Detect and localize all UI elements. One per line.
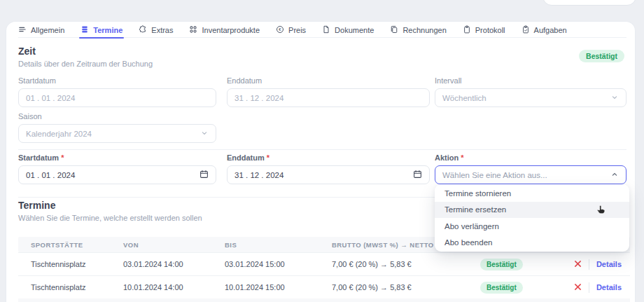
row-actions: Details	[554, 282, 622, 293]
enddatum-group: Enddatum 31 . 12 . 2024	[227, 76, 430, 107]
zeit-fields-row: Startdatum 01 . 01 . 2024 Enddatum 31 . …	[18, 76, 626, 107]
dropdown-option-abo-beenden[interactable]: Abo beenden	[435, 235, 629, 252]
cancel-x-button[interactable]	[574, 260, 582, 269]
status-badge: Bestätigt	[480, 282, 523, 294]
tab-bar: Allgemein Termine Extras Inventarprodukt…	[18, 23, 626, 38]
tab-label: Protokoll	[475, 26, 505, 34]
row-actions: Details	[554, 259, 622, 270]
page: { "page": { "background": "#edeff3", "ac…	[0, 0, 644, 302]
col-header-bis: BIS	[225, 241, 332, 249]
tab-label: Termine	[93, 26, 122, 34]
booking-detail-card: Allgemein Termine Extras Inventarprodukt…	[6, 21, 636, 302]
aktion-fields-row: Startdatum * 01 . 01 . 2024 Enddatum * 3…	[18, 153, 626, 184]
cutoff-button[interactable]	[542, 0, 636, 6]
chevron-down-icon	[610, 93, 619, 103]
required-mark: *	[267, 153, 270, 162]
tab-preis[interactable]: € Preis	[276, 23, 306, 37]
copy-icon	[390, 25, 398, 35]
status-badge: Bestätigt	[480, 259, 523, 270]
cell-brutto-netto: 7,00 € (20 %) → 5,83 €	[332, 260, 480, 268]
startdatum-label: Startdatum	[18, 76, 216, 85]
startdatum-input[interactable]: 01 . 01 . 2024	[18, 88, 216, 107]
aktion-label: Aktion	[435, 153, 458, 162]
booking-status-badge: Bestätigt	[579, 50, 624, 62]
aktion-select[interactable]: Wählen Sie eine Aktion aus...	[435, 165, 626, 184]
enddatum-required-input[interactable]: 31 . 12 . 2024	[227, 165, 430, 184]
section-divider	[18, 149, 626, 150]
dropdown-option-abo-verlaengern[interactable]: Abo verlängern	[435, 218, 629, 235]
tab-inventarprodukte[interactable]: Inventarprodukte	[189, 23, 260, 37]
table-row: Tischtennisplatz 10.01.2024 14:00 10.01.…	[18, 275, 630, 298]
chevron-down-icon	[200, 129, 209, 139]
enddatum-label: Enddatum	[227, 76, 430, 85]
cell-sportstaette: Tischtennisplatz	[31, 283, 123, 291]
cell-von: 10.01.2024 14:00	[123, 283, 225, 291]
puzzle-icon	[139, 25, 147, 35]
euro-circle-icon: €	[276, 25, 284, 35]
stack-icon	[80, 25, 89, 35]
actions-divider	[589, 282, 589, 293]
list-icon	[18, 25, 27, 35]
document-icon	[322, 25, 330, 35]
startdatum-group: Startdatum 01 . 01 . 2024	[18, 76, 216, 107]
col-header-von: VON	[123, 241, 225, 249]
intervall-select[interactable]: Wöchentlich	[435, 88, 626, 107]
calendar-icon[interactable]	[413, 170, 422, 180]
startdatum-required-label: Startdatum	[18, 153, 59, 162]
tab-termine[interactable]: Termine	[80, 23, 122, 37]
startdatum-required-group: Startdatum * 01 . 01 . 2024	[18, 153, 216, 184]
saison-group: Saison Kalenderjahr 2024	[18, 112, 216, 143]
tab-label: Rechnungen	[402, 26, 446, 34]
enddatum-required-label: Enddatum	[227, 153, 265, 162]
required-mark: *	[461, 153, 463, 162]
intervall-label: Intervall	[435, 76, 626, 85]
calendar-icon[interactable]	[200, 170, 209, 180]
tab-label: Inventarprodukte	[202, 26, 260, 34]
tab-label: Allgemein	[31, 26, 64, 34]
tab-label: Preis	[288, 26, 306, 34]
clipboard-check-icon	[522, 25, 530, 35]
svg-text:€: €	[279, 27, 281, 32]
cell-sportstaette: Tischtennisplatz	[31, 260, 123, 268]
grid-icon	[189, 25, 197, 35]
table-row: Tischtennisplatz 03.01.2024 14:00 03.01.…	[18, 252, 630, 275]
tab-extras[interactable]: Extras	[139, 23, 173, 37]
cell-von: 03.01.2024 14:00	[123, 260, 225, 268]
termine-subtitle: Wählen Sie die Termine, welche erstellt …	[18, 214, 202, 222]
tab-label: Extras	[151, 26, 173, 34]
enddatum-required-group: Enddatum * 31 . 12 . 2024	[227, 153, 430, 184]
termine-section-header: Termine Wählen Sie die Termine, welche e…	[18, 200, 202, 222]
clipboard-icon	[463, 25, 471, 35]
tab-label: Aufgaben	[534, 26, 567, 34]
tab-aufgaben[interactable]: Aufgaben	[522, 23, 567, 37]
dropdown-option-termine-stornieren[interactable]: Termine stornieren	[435, 185, 629, 202]
tab-label: Dokumente	[335, 26, 374, 34]
saison-label: Saison	[18, 112, 216, 121]
cell-bis: 10.01.2024 15:00	[225, 283, 332, 291]
intervall-group: Intervall Wöchentlich	[435, 76, 626, 107]
aktion-placeholder: Wählen Sie eine Aktion aus...	[442, 171, 547, 179]
saison-select[interactable]: Kalenderjahr 2024	[18, 124, 216, 143]
zeit-subtitle: Details über den Zeitraum der Buchung	[18, 60, 153, 68]
aktion-group: Aktion * Wählen Sie eine Aktion aus...	[435, 153, 626, 184]
details-link[interactable]: Details	[596, 260, 622, 268]
partial-next-row	[18, 298, 630, 302]
required-mark: *	[61, 153, 64, 162]
cell-bis: 03.01.2024 15:00	[225, 260, 332, 268]
enddatum-input[interactable]: 31 . 12 . 2024	[227, 88, 430, 107]
tab-dokumente[interactable]: Dokumente	[322, 23, 374, 37]
cancel-x-button[interactable]	[574, 283, 582, 292]
details-link[interactable]: Details	[596, 283, 622, 291]
zeit-section-header: Zeit Details über den Zeitraum der Buchu…	[18, 46, 153, 68]
cell-brutto-netto: 7,00 € (20 %) → 5,83 €	[332, 283, 480, 291]
mouse-cursor	[596, 205, 607, 219]
actions-divider	[589, 259, 589, 270]
col-header-sportstaette: SPORTSTÄTTE	[31, 241, 123, 249]
tab-protokoll[interactable]: Protokoll	[463, 23, 505, 37]
startdatum-required-input[interactable]: 01 . 01 . 2024	[18, 165, 216, 184]
zeit-title: Zeit	[18, 46, 153, 57]
tab-allgemein[interactable]: Allgemein	[18, 23, 64, 37]
termine-title: Termine	[18, 200, 202, 211]
chevron-up-icon	[610, 170, 619, 180]
tab-rechnungen[interactable]: Rechnungen	[390, 23, 446, 37]
